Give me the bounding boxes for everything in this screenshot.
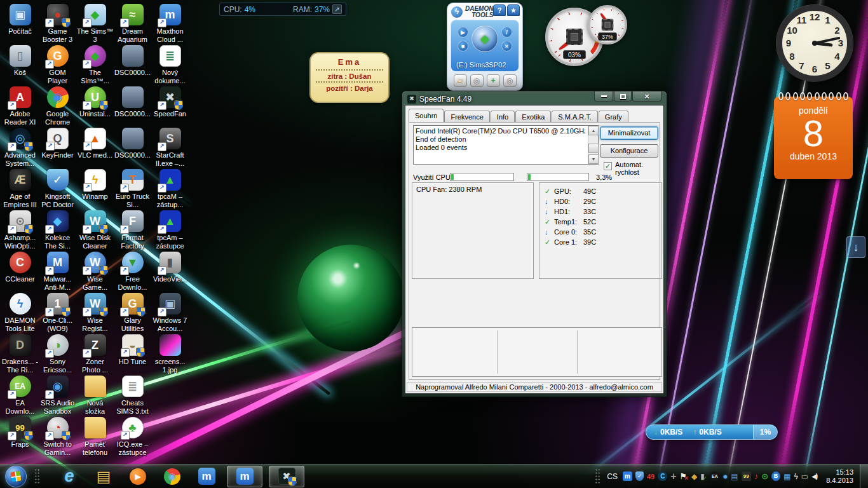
desktop-icon-kolekce-the-sims[interactable]: ◆ Kolekce The Si... (39, 210, 76, 252)
desktop-icon-game-booster-3[interactable]: ● Game Booster 3 (39, 4, 76, 45)
taskbar-speedfan-window[interactable]: ✖ (269, 466, 304, 487)
taskbar-maxthon[interactable]: m (193, 466, 220, 487)
desktop-icon-fraps[interactable]: 99 Fraps (1, 417, 39, 458)
desktop-icon-keyfinder[interactable]: Q KeyFinder (39, 128, 76, 169)
taskbar-clock[interactable]: 15:13 8.4.2013 (826, 468, 853, 485)
daemon-unmount-button[interactable]: × (501, 41, 512, 51)
taskbar-chrome[interactable]: ◉ (158, 466, 186, 487)
cpu-ram-bar-gadget[interactable]: CPU: 4% RAM: 37% ↗ (219, 3, 346, 16)
desktop-icon-speedfan[interactable]: ✖ SpeedFan (151, 86, 189, 128)
start-button[interactable] (5, 466, 27, 487)
desktop-icon-wise-game-booster[interactable]: W Wise Game... (76, 252, 114, 293)
tab[interactable]: Exotika (515, 111, 551, 122)
meter-gadget[interactable]: 03% 37% (543, 3, 629, 66)
daemon-help-button[interactable]: ? (493, 4, 506, 16)
tray-ea[interactable]: EA (710, 470, 719, 484)
taskbar-maxthon-window[interactable]: m (227, 466, 262, 487)
tray-comodo[interactable]: C (658, 470, 667, 484)
desktop-icon-wise-registry-cleaner[interactable]: W Wise Regist... (76, 293, 114, 334)
desktop-icon-dsc-photo-1[interactable]: DSC0000... (114, 45, 151, 86)
desktop-icon-icq[interactable]: ♣ ICQ.exe – zástupce (114, 417, 151, 458)
desktop-icon-one-click-wo9[interactable]: 1 One-Cli... (WO9) (39, 293, 76, 334)
desktop-icon-zoner-photo[interactable]: Z Zoner Photo ... (76, 334, 114, 376)
scrollbar[interactable]: ▲ ▼ (588, 126, 598, 164)
daemon-play-button[interactable]: ▶ (458, 27, 468, 37)
tray-volume[interactable]: ◀) (811, 470, 817, 484)
desktop-icon-the-sims-3[interactable]: ◆ The Sims™ 3 (76, 4, 114, 45)
desktop-icon-maxthon-cloud[interactable]: m Maxthon Cloud ... (151, 4, 189, 45)
desktop-icon-cheats-sims3[interactable]: ≣ Cheats SIMS 3.txt (114, 376, 151, 417)
daemon-stats-button[interactable]: ◎ (503, 74, 517, 87)
tray-network[interactable]: ▭ (801, 470, 808, 484)
clock-gadget[interactable]: 121234567891011 (776, 5, 853, 81)
desktop-icon-gom-player[interactable]: G GOM Player (39, 45, 76, 86)
desktop-icon-kingsoft-pc-doctor[interactable]: ✓ Kingsoft PC Doctor (39, 169, 76, 210)
taskbar-ie[interactable]: e (55, 466, 83, 487)
desktop-icon-srs-audio[interactable]: ◉ SRS Audio Sandbox (39, 376, 76, 417)
desktop-icon-starcraft-2[interactable]: S StarCraft II.exe –... (151, 128, 189, 169)
desktop-icon-euro-truck[interactable]: T Euro Truck Si... (114, 169, 151, 210)
desktop-icon-switch-to-gaming[interactable]: ◔ Switch to Gamin... (39, 417, 76, 458)
desktop-icon-glary-utilities[interactable]: G Glary Utilities (114, 293, 151, 334)
tray-plus[interactable]: + (670, 470, 676, 484)
desktop-icon-wise-disk-cleaner[interactable]: W Wise Disk Cleaner (76, 210, 114, 252)
desktop-icon-winamp[interactable]: ϟ Winamp (76, 169, 114, 210)
tab[interactable]: Info (491, 111, 515, 122)
minimize-window-button[interactable] (594, 92, 613, 102)
desktop-icon-age-of-empires-3[interactable]: Æ Age of Empires III (1, 169, 39, 210)
desktop-icon-win7-accounts[interactable]: ▣ Windows 7 Accou... (151, 293, 189, 334)
desktop-icon-sony-ericsson[interactable]: ◑ Sony Ericsso... (39, 334, 76, 376)
tray-speedfan-temp[interactable]: 49 (647, 470, 654, 484)
calendar-gadget[interactable]: pondělí 8 duben 2013 (774, 97, 853, 179)
desktop-icon-tpcam-zastupce[interactable]: ▲ tpcAm – zástupce (151, 210, 189, 252)
desktop-icon-ccleaner[interactable]: C CCleaner (1, 252, 39, 293)
expand-icon[interactable]: ↗ (332, 4, 342, 14)
tab[interactable]: S.M.A.R.T. (552, 111, 598, 122)
scroll-down-icon[interactable]: ▼ (588, 154, 599, 164)
tab[interactable]: Souhrn (409, 109, 444, 122)
desktop-icon-dsc-photo-2[interactable]: DSC0000... (114, 86, 151, 128)
desktop-icon-kos[interactable]: ▯ Koš (1, 45, 39, 86)
desktop-icon-format-factory[interactable]: F Format Factory (114, 210, 151, 252)
taskbar-explorer[interactable]: ▤ (90, 466, 118, 487)
desktop-icon-empty[interactable] (151, 376, 189, 417)
tray-bluetooth[interactable]: B (771, 470, 780, 484)
daemon-tools-gadget[interactable]: ϟ DAEMONTOOLS ? ★ ▶ ■ / × ◆ (E:) Sims3SP… (447, 3, 523, 91)
maximize-window-button[interactable] (614, 92, 632, 102)
title-bar[interactable]: ✖ SpeedFan 4.49 × (407, 93, 661, 104)
desktop-icon-ea-download[interactable]: EA EA Downlo... (1, 376, 39, 417)
close-window-button[interactable]: × (632, 92, 661, 102)
desktop-icon-malwarebytes[interactable]: M Malwar... Anti-M... (39, 252, 76, 293)
desktop-icon-tpcam-zastup[interactable]: ▲ tpcaM – zástup... (151, 169, 189, 210)
daemon-tools-button[interactable]: / (501, 27, 512, 37)
tray-winamp[interactable]: ♪ (754, 470, 759, 484)
auto-speed-checkbox[interactable]: ✓ (604, 162, 612, 170)
daemon-disc-button[interactable]: ◎ (470, 74, 484, 87)
tray-maxthon[interactable]: m (623, 470, 632, 484)
download-overlay-icon[interactable]: ↓ (846, 236, 865, 258)
sticky-note-gadget[interactable]: Ema zítra : Dušan pozítří : Darja (309, 52, 390, 103)
desktop-icon-videoview[interactable]: ▮ VideoVie... (151, 252, 189, 293)
desktop-icon-vlc[interactable]: ▲ VLC med... (76, 128, 114, 169)
network-gadget[interactable]: ↓ 0KB/S ↑ 0KB/S 1% (646, 424, 778, 440)
tab[interactable]: Frekvence (444, 111, 489, 122)
desktop-icon-ashampoo-winoptimizer[interactable]: ⊙ Ashamp... WinOpti... (1, 210, 39, 252)
language-indicator[interactable]: CS (607, 472, 618, 481)
daemon-add-button[interactable]: + (487, 74, 500, 87)
daemon-folder-button[interactable]: ▱ (454, 74, 467, 87)
desktop-icon-hd-tune[interactable]: ◒ HD Tune (114, 334, 151, 376)
tray-blue-orb[interactable]: ● (722, 470, 728, 484)
desktop-icon-nova-slozka[interactable]: Nová složka (76, 376, 114, 417)
tray-security-shield[interactable]: ✓ (635, 470, 644, 484)
daemon-center-orb[interactable]: ◆ (471, 25, 498, 52)
desktop-icon-dream-aquarium[interactable]: ≈ Dream Aquarium (114, 4, 151, 45)
tray-net-monitor[interactable]: ▦ (783, 470, 790, 484)
show-desktop-button[interactable] (860, 464, 868, 488)
daemon-star-button[interactable]: ★ (507, 4, 520, 16)
tab[interactable]: Grafy (599, 111, 628, 122)
tray-gold-tool[interactable]: ◆ (691, 470, 697, 484)
desktop-icon-drakensang[interactable]: D Drakens... - The Ri... (1, 334, 39, 376)
desktop-icon-novy-dokument[interactable]: ≣ Nový dokume... (151, 45, 189, 86)
scroll-up-icon[interactable]: ▲ (588, 126, 599, 135)
desktop-icon-uninstall[interactable]: U Uninstal... (76, 86, 114, 128)
